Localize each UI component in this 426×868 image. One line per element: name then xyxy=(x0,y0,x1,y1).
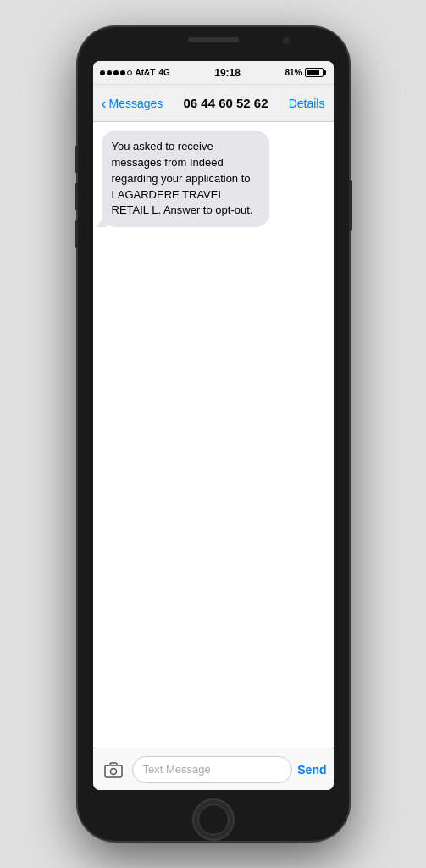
signal-dot-1 xyxy=(100,70,105,75)
details-button[interactable]: Details xyxy=(289,97,325,110)
input-area: Text Message Send xyxy=(93,748,334,790)
contact-number: 06 44 60 52 62 xyxy=(183,96,268,110)
network-label: 4G xyxy=(158,68,169,77)
text-message-placeholder: Text Message xyxy=(143,763,211,776)
nav-bar: ‹ Messages 06 44 60 52 62 Details xyxy=(93,85,334,122)
status-bar: At&T 4G 19:18 81% xyxy=(93,61,334,85)
signal-dot-4 xyxy=(120,70,125,75)
camera-icon xyxy=(103,760,124,780)
status-time: 19:18 xyxy=(214,67,241,79)
camera-button[interactable] xyxy=(100,756,127,783)
battery-icon xyxy=(305,68,326,77)
nav-title: 06 44 60 52 62 xyxy=(183,96,268,110)
carrier-label: At&T xyxy=(136,68,156,77)
phone-frame: At&T 4G 19:18 81% ‹ Messages 06 xyxy=(78,27,349,841)
signal-dots xyxy=(100,70,132,75)
signal-dot-2 xyxy=(107,70,112,75)
battery-fill xyxy=(307,70,319,75)
message-text: You asked to receive messages from Indee… xyxy=(112,140,253,216)
status-left: At&T 4G xyxy=(100,68,170,77)
speaker xyxy=(188,37,239,42)
home-button[interactable] xyxy=(192,798,235,841)
status-right: 81% xyxy=(285,68,326,77)
battery-body xyxy=(305,68,324,77)
back-label: Messages xyxy=(109,97,163,110)
back-button[interactable]: ‹ Messages xyxy=(102,96,163,111)
battery-percent-label: 81% xyxy=(285,68,302,77)
message-bubble: You asked to receive messages from Indee… xyxy=(102,131,269,227)
signal-dot-5 xyxy=(127,70,132,75)
phone-screen: At&T 4G 19:18 81% ‹ Messages 06 xyxy=(93,61,334,790)
front-camera xyxy=(283,37,290,44)
text-message-input[interactable]: Text Message xyxy=(132,756,293,783)
svg-point-1 xyxy=(110,768,116,774)
home-button-inner xyxy=(198,804,229,835)
send-button[interactable]: Send xyxy=(297,763,326,776)
battery-tip xyxy=(324,70,326,75)
svg-rect-0 xyxy=(105,765,122,777)
messages-area: You asked to receive messages from Indee… xyxy=(93,122,334,748)
signal-dot-3 xyxy=(113,70,119,75)
back-arrow-icon: ‹ xyxy=(102,96,107,111)
